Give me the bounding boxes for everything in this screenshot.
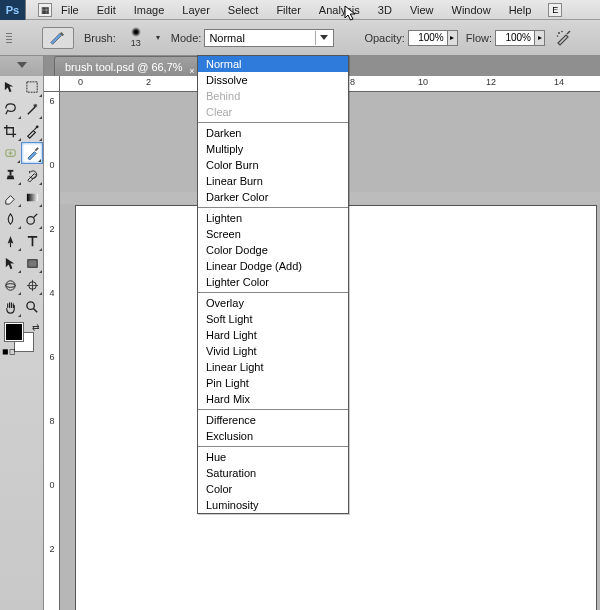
brush-flyout-arrow[interactable]: ▾	[153, 33, 163, 42]
brush-preset-picker[interactable]: 13	[119, 24, 153, 52]
menu-view[interactable]: View	[401, 1, 443, 19]
pen-tool[interactable]	[0, 230, 22, 252]
eraser-tool[interactable]	[0, 186, 22, 208]
healing-brush-tool[interactable]	[0, 142, 21, 164]
lasso-tool[interactable]	[0, 98, 22, 120]
eyedropper-tool[interactable]	[22, 120, 44, 142]
menu-separator	[198, 409, 348, 410]
type-tool[interactable]	[22, 230, 44, 252]
blend-mode-exclusion[interactable]: Exclusion	[198, 428, 348, 444]
menu-file[interactable]: File	[52, 1, 88, 19]
crop-tool[interactable]	[0, 120, 22, 142]
svg-point-9	[27, 216, 35, 224]
blend-mode-dissolve[interactable]: Dissolve	[198, 72, 348, 88]
blend-mode-hue[interactable]: Hue	[198, 449, 348, 465]
svg-point-0	[558, 32, 560, 34]
svg-rect-8	[27, 193, 38, 201]
ruler-tick: 14	[554, 77, 564, 87]
blend-mode-saturation[interactable]: Saturation	[198, 465, 348, 481]
blend-mode-soft-light[interactable]: Soft Light	[198, 311, 348, 327]
color-swatches: ⇄ ◼◻	[0, 320, 44, 356]
blend-mode-overlay[interactable]: Overlay	[198, 295, 348, 311]
opacity-flyout[interactable]: ▸	[448, 30, 458, 46]
blend-mode-dropdown[interactable]: NormalDissolveBehindClearDarkenMultiplyC…	[197, 55, 349, 514]
blend-mode-lighter-color[interactable]: Lighter Color	[198, 274, 348, 290]
options-bar: Brush: 13 ▾ Mode: Normal Opacity: 100% ▸…	[0, 20, 600, 56]
blend-mode-lighten[interactable]: Lighten	[198, 210, 348, 226]
blend-mode-pin-light[interactable]: Pin Light	[198, 375, 348, 391]
menu-edit[interactable]: Edit	[88, 1, 125, 19]
blend-mode-multiply[interactable]: Multiply	[198, 141, 348, 157]
3d-orbit-tool[interactable]	[22, 274, 44, 296]
brush-tool[interactable]	[21, 142, 43, 164]
menu-select[interactable]: Select	[219, 1, 268, 19]
history-brush-tool[interactable]	[22, 164, 44, 186]
menu-analysis[interactable]: Analysis	[310, 1, 369, 19]
3d-rotate-tool[interactable]	[0, 274, 22, 296]
svg-rect-10	[28, 259, 37, 267]
blend-mode-vivid-light[interactable]: Vivid Light	[198, 343, 348, 359]
dodge-tool[interactable]	[22, 208, 44, 230]
marquee-tool[interactable]	[22, 76, 44, 98]
hand-tool[interactable]	[0, 296, 22, 318]
blend-mode-screen[interactable]: Screen	[198, 226, 348, 242]
ruler-origin[interactable]	[44, 76, 60, 92]
menu-image[interactable]: Image	[125, 1, 174, 19]
ruler-tick: 8	[46, 416, 58, 426]
toolbox: ⇄ ◼◻	[0, 76, 44, 610]
swap-colors-icon[interactable]: ⇄	[32, 322, 40, 332]
essentials-button[interactable]: E	[548, 3, 562, 17]
menu-help[interactable]: Help	[500, 1, 541, 19]
menu-separator	[198, 292, 348, 293]
blur-tool[interactable]	[0, 208, 22, 230]
magic-wand-tool[interactable]	[22, 98, 44, 120]
svg-rect-7	[8, 169, 14, 171]
blend-mode-hard-light[interactable]: Hard Light	[198, 327, 348, 343]
panel-collapse-strip[interactable]	[0, 56, 44, 76]
menu-bar: Ps ▦ FileEditImageLayerSelectFilterAnaly…	[0, 0, 600, 20]
move-tool[interactable]	[0, 76, 22, 98]
zoom-tool[interactable]	[22, 296, 44, 318]
ruler-tick: 10	[418, 77, 428, 87]
blend-mode-luminosity[interactable]: Luminosity	[198, 497, 348, 513]
blend-mode-color-burn[interactable]: Color Burn	[198, 157, 348, 173]
blend-mode-color-dodge[interactable]: Color Dodge	[198, 242, 348, 258]
brush-label: Brush:	[84, 32, 116, 44]
ruler-tick: 6	[46, 352, 58, 362]
blend-mode-color[interactable]: Color	[198, 481, 348, 497]
vertical-ruler[interactable]: 602468024	[44, 92, 60, 610]
blend-mode-hard-mix[interactable]: Hard Mix	[198, 391, 348, 407]
menu-filter[interactable]: Filter	[267, 1, 309, 19]
menu-window[interactable]: Window	[443, 1, 500, 19]
airbrush-icon[interactable]	[555, 29, 573, 47]
flow-field[interactable]: 100%	[495, 30, 535, 46]
clone-stamp-tool[interactable]	[0, 164, 22, 186]
rectangle-shape-tool[interactable]	[22, 252, 44, 274]
svg-point-2	[557, 35, 559, 37]
blend-mode-normal[interactable]: Normal	[198, 56, 348, 72]
flow-label: Flow:	[466, 32, 492, 44]
blend-mode-behind: Behind	[198, 88, 348, 104]
blend-mode-select[interactable]: Normal	[204, 29, 334, 47]
menu-separator	[198, 207, 348, 208]
path-selection-tool[interactable]	[0, 252, 22, 274]
opacity-field[interactable]: 100%	[408, 30, 448, 46]
app-frame-toggle[interactable]: ▦	[38, 3, 52, 17]
flow-flyout[interactable]: ▸	[535, 30, 545, 46]
menu-layer[interactable]: Layer	[173, 1, 219, 19]
blend-mode-linear-burn[interactable]: Linear Burn	[198, 173, 348, 189]
document-tab[interactable]: brush tool.psd @ 66,7% ×	[54, 56, 200, 76]
opacity-label: Opacity:	[364, 32, 404, 44]
blend-mode-linear-light[interactable]: Linear Light	[198, 359, 348, 375]
default-colors-icon[interactable]: ◼◻	[2, 347, 16, 356]
foreground-color-swatch[interactable]	[5, 323, 23, 341]
tool-preset-picker[interactable]	[42, 27, 74, 49]
blend-mode-clear: Clear	[198, 104, 348, 120]
blend-mode-darker-color[interactable]: Darker Color	[198, 189, 348, 205]
blend-mode-darken[interactable]: Darken	[198, 125, 348, 141]
menu-3d[interactable]: 3D	[369, 1, 401, 19]
blend-mode-linear-dodge-add-[interactable]: Linear Dodge (Add)	[198, 258, 348, 274]
blend-mode-difference[interactable]: Difference	[198, 412, 348, 428]
options-grip[interactable]	[4, 22, 14, 54]
gradient-tool[interactable]	[22, 186, 44, 208]
